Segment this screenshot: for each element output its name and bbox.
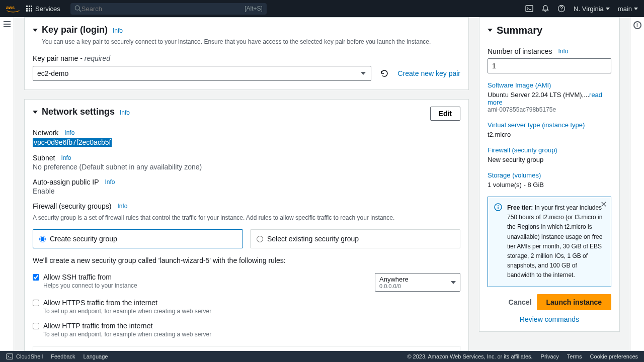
region-label: N. Virginia — [574, 5, 604, 13]
top-nav: aws Services [Alt+S] N. Virginia main — [0, 0, 644, 17]
search-input[interactable] — [82, 5, 245, 13]
svg-point-1 — [75, 6, 79, 10]
search-hint: [Alt+S] — [245, 5, 263, 12]
account-selector[interactable]: main — [618, 5, 638, 13]
region-selector[interactable]: N. Virginia — [574, 5, 610, 13]
chevron-down-icon — [634, 8, 638, 10]
bell-icon[interactable] — [541, 5, 549, 13]
chevron-down-icon — [606, 8, 610, 10]
help-icon[interactable] — [557, 5, 566, 13]
search-icon — [74, 5, 82, 12]
grid-icon — [26, 6, 32, 12]
services-menu[interactable]: Services — [26, 5, 60, 13]
svg-text:aws: aws — [6, 5, 15, 10]
aws-logo[interactable]: aws — [6, 4, 20, 13]
svg-rect-3 — [526, 6, 533, 12]
svg-line-2 — [79, 10, 81, 12]
services-label: Services — [35, 5, 60, 13]
search-box[interactable]: [Alt+S] — [70, 3, 267, 15]
cloudshell-icon[interactable] — [525, 5, 533, 13]
account-label: main — [618, 5, 632, 13]
